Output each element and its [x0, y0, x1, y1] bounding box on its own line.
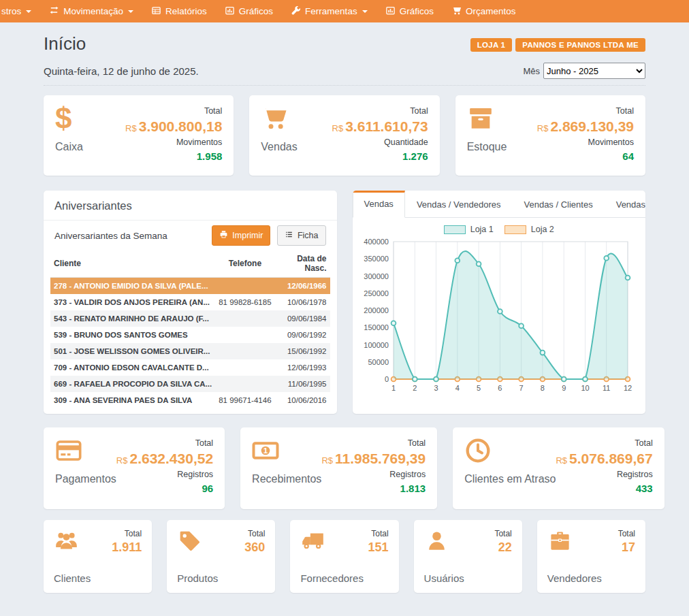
month-label: Mês — [523, 66, 540, 76]
svg-text:250000: 250000 — [364, 289, 389, 297]
header-badges: LOJA 1PANNOS E PANNOS LTDA ME — [467, 38, 645, 50]
top-navbar: strosMovimentaçãoRelatóriosGráficosFerra… — [0, 0, 689, 22]
count-card-vendedores: Total17Vendedores — [537, 520, 645, 593]
column-header: Cliente — [50, 250, 215, 278]
dashboard-page: strosMovimentaçãoRelatóriosGráficosFerra… — [0, 0, 689, 616]
birthday-row[interactable]: 539 - BRUNO DOS SANTOS GOMES09/06/1992 — [50, 327, 330, 343]
metric-value: R$3.611.610,73 — [332, 118, 428, 135]
tab-vendas[interactable]: Vendas — [353, 191, 405, 218]
svg-text:150000: 150000 — [364, 323, 389, 331]
sales-chart-panel: VendasVendas / VendedoresVendas / Client… — [353, 191, 646, 414]
stat-card-label: Clientes em Atraso — [464, 473, 556, 485]
birthday-row[interactable]: 278 - ANTONIO EMIDIO DA SILVA (PALE...12… — [50, 278, 330, 295]
phone-cell — [215, 359, 274, 376]
phone-cell: 81 99671-4146 — [215, 392, 274, 408]
metric-label: Total — [125, 105, 222, 118]
birthday-row[interactable]: 669 - RAFAELA PROCOPIO DA SILVA CA...11/… — [50, 376, 330, 392]
tab-vendas-clientes[interactable]: Vendas / Clientes — [512, 191, 604, 218]
nav-item-movimenta-o[interactable]: Movimentação — [40, 0, 142, 22]
count-card-usu-rios: Total22Usuários — [414, 520, 522, 593]
metric-label: Total — [321, 437, 426, 450]
svg-text:3: 3 — [434, 384, 438, 392]
legend-item-loja-2: Loja 2 — [504, 225, 554, 234]
metric-label: Movimentos — [537, 136, 634, 149]
svg-text:300000: 300000 — [364, 272, 389, 280]
svg-text:400000: 400000 — [364, 238, 389, 246]
nav-item-stros[interactable]: stros — [0, 0, 40, 22]
total-value: 151 — [368, 540, 389, 555]
tab-vendas-vendedores[interactable]: Vendas / Vendedores — [405, 191, 513, 218]
stat-cards-row2: PagamentosTotalR$2.632.430,52Registros96… — [44, 427, 645, 509]
phone-cell — [215, 376, 274, 392]
birthdays-panel-title: Aniversariantes — [44, 191, 337, 221]
stat-card-clientes-em-atraso: Clientes em AtrasoTotalR$5.076.869,67Reg… — [453, 427, 664, 509]
dollar-icon: $ — [55, 105, 83, 135]
stat-cards-row1: $CaixaTotalR$3.900.800,18Movimentos1.958… — [44, 95, 645, 176]
birthday-row[interactable]: 373 - VALDIR DOS ANJOS PEREIRA (AN...81 … — [50, 294, 330, 310]
stat-card-pagamentos: PagamentosTotalR$2.632.430,52Registros96 — [44, 427, 225, 509]
birthdate-cell: 15/06/1992 — [275, 343, 330, 359]
birthday-row[interactable]: 709 - ANTONIO EDSON CAVALCANTE D...12/06… — [50, 359, 330, 376]
count-card-label: Fornecedores — [300, 572, 388, 584]
count-cards-row: Total1.911ClientesTotal360ProdutosTotal1… — [44, 520, 645, 616]
metric-count: 64 — [537, 149, 634, 165]
birthday-row[interactable]: 543 - RENATO MARINHO DE ARAUJO (F...09/0… — [50, 310, 330, 327]
month-select[interactable]: Junho - 2025 — [543, 63, 645, 79]
metric-count: 433 — [556, 481, 652, 497]
column-header: Data de Nasc. — [275, 250, 330, 278]
client-cell: 309 - ANA SEVERINA PAES DA SILVA — [50, 392, 215, 408]
phone-cell — [215, 310, 274, 327]
birthdays-subtitle: Aniversariantes da Semana — [54, 231, 167, 241]
count-card-fornecedores: Total151Fornecedores — [290, 520, 398, 593]
bar-chart-icon — [385, 5, 396, 18]
stat-card-label: Caixa — [55, 141, 83, 153]
metric-label: Total — [116, 437, 213, 450]
print-button[interactable]: Imprimir — [212, 225, 270, 246]
birthdate-cell: 10/06/1978 — [275, 294, 330, 310]
client-cell: 373 - VALDIR DOS ANJOS PEREIRA (AN... — [50, 294, 215, 310]
nav-item-gr-ficos[interactable]: Gráficos — [216, 0, 282, 22]
svg-text:7: 7 — [519, 384, 523, 392]
svg-text:12: 12 — [623, 384, 631, 392]
birthday-row[interactable]: 309 - ANA SEVERINA PAES DA SILVA81 99671… — [50, 392, 330, 408]
metric-count: 1.276 — [332, 149, 428, 165]
metric-label: Total — [537, 105, 634, 118]
nav-item-or-amentos[interactable]: Orçamentos — [443, 0, 525, 22]
stat-card-label: Estoque — [467, 141, 507, 153]
phone-cell — [215, 327, 274, 343]
tab-vendas-produtos[interactable]: Vendas / Produtos — [605, 191, 645, 218]
main-content: Início LOJA 1PANNOS E PANNOS LTDA ME Qui… — [0, 33, 689, 616]
truck-icon — [300, 529, 325, 555]
nav-item-ferramentas[interactable]: Ferramentas — [282, 0, 376, 22]
birthday-row[interactable]: 501 - JOSE WELISSON GOMES OLIVEIR...15/0… — [50, 343, 330, 359]
svg-text:5: 5 — [477, 384, 481, 392]
svg-text:2: 2 — [413, 384, 417, 392]
svg-text:100000: 100000 — [364, 341, 389, 349]
metric-label: Registros — [556, 468, 652, 481]
printer-icon — [219, 230, 228, 241]
nav-item-gr-ficos[interactable]: Gráficos — [376, 0, 443, 22]
cart-icon — [451, 5, 462, 18]
stat-card-label: Vendas — [261, 141, 297, 153]
svg-text:11: 11 — [602, 384, 609, 392]
credit-card-icon — [55, 437, 116, 467]
archive-icon — [467, 105, 507, 135]
metric-label: Registros — [321, 468, 426, 481]
svg-text:9: 9 — [562, 384, 566, 392]
client-cell: 539 - BRUNO DOS SANTOS GOMES — [50, 327, 215, 343]
count-card-label: Usuários — [424, 572, 512, 584]
metric-label: Movimentos — [125, 136, 222, 149]
legend-item-loja-1: Loja 1 — [444, 225, 494, 234]
bar-chart-icon — [225, 5, 235, 18]
list-icon — [285, 230, 293, 241]
nav-item-relat-rios[interactable]: Relatórios — [142, 0, 216, 22]
ficha-button[interactable]: Ficha — [277, 225, 326, 246]
total-label: Total — [244, 529, 265, 538]
svg-text:6: 6 — [498, 384, 502, 392]
chart-legend: Loja 1Loja 2 — [361, 225, 638, 234]
svg-text:10: 10 — [581, 384, 589, 392]
client-cell: 669 - RAFAELA PROCOPIO DA SILVA CA... — [50, 376, 215, 392]
metric-label: Quantidade — [332, 136, 428, 149]
birthdate-cell: 11/06/1995 — [275, 376, 330, 392]
total-label: Total — [368, 529, 389, 538]
